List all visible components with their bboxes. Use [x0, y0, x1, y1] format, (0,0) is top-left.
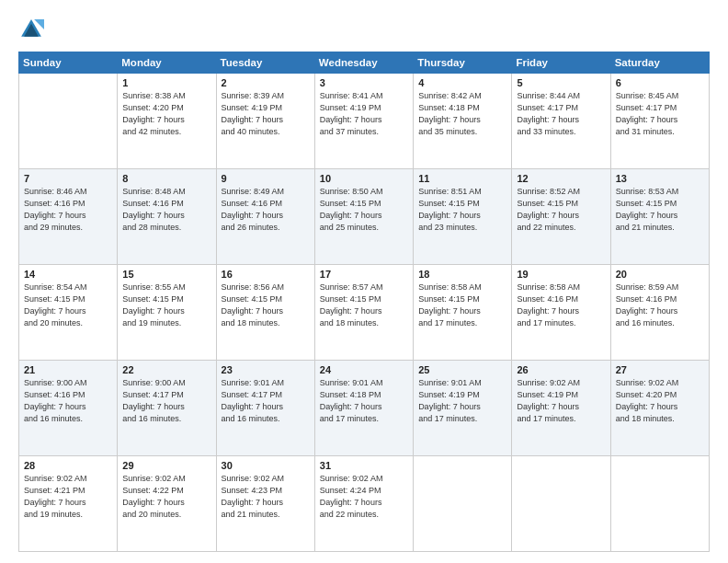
calendar-cell: 10Sunrise: 8:50 AM Sunset: 4:15 PM Dayli… [314, 169, 413, 265]
calendar-cell: 31Sunrise: 9:02 AM Sunset: 4:24 PM Dayli… [314, 456, 413, 552]
day-number: 18 [418, 269, 506, 280]
calendar-cell: 16Sunrise: 8:56 AM Sunset: 4:15 PM Dayli… [216, 265, 314, 361]
calendar-cell: 21Sunrise: 9:00 AM Sunset: 4:16 PM Dayli… [19, 361, 118, 456]
day-number: 9 [222, 173, 310, 184]
day-number: 2 [222, 77, 310, 88]
calendar-cell: 11Sunrise: 8:51 AM Sunset: 4:15 PM Dayli… [414, 169, 512, 265]
day-info: Sunrise: 8:44 AM Sunset: 4:17 PM Dayligh… [517, 90, 605, 138]
day-info: Sunrise: 8:56 AM Sunset: 4:15 PM Dayligh… [222, 282, 310, 329]
day-info: Sunrise: 8:45 AM Sunset: 4:17 PM Dayligh… [616, 90, 704, 138]
calendar-cell [610, 456, 709, 552]
day-number: 25 [418, 364, 506, 375]
logo-icon [18, 17, 44, 42]
calendar-cell: 9Sunrise: 8:49 AM Sunset: 4:16 PM Daylig… [216, 169, 314, 265]
day-info: Sunrise: 9:02 AM Sunset: 4:24 PM Dayligh… [320, 473, 408, 521]
day-number: 20 [616, 269, 704, 280]
day-info: Sunrise: 9:02 AM Sunset: 4:22 PM Dayligh… [122, 473, 210, 521]
page: SundayMondayTuesdayWednesdayThursdayFrid… [0, 0, 728, 563]
day-info: Sunrise: 9:01 AM Sunset: 4:18 PM Dayligh… [320, 377, 408, 425]
day-info: Sunrise: 8:38 AM Sunset: 4:20 PM Dayligh… [122, 90, 210, 138]
day-info: Sunrise: 8:46 AM Sunset: 4:16 PM Dayligh… [24, 186, 112, 234]
calendar-cell: 24Sunrise: 9:01 AM Sunset: 4:18 PM Dayli… [314, 361, 413, 456]
day-info: Sunrise: 8:39 AM Sunset: 4:19 PM Dayligh… [222, 90, 310, 138]
day-number: 4 [418, 77, 506, 88]
day-info: Sunrise: 8:58 AM Sunset: 4:16 PM Dayligh… [517, 282, 605, 329]
day-info: Sunrise: 9:02 AM Sunset: 4:19 PM Dayligh… [517, 377, 605, 425]
weekday-header-sunday: Sunday [19, 52, 118, 74]
day-number: 12 [517, 173, 605, 184]
weekday-header-monday: Monday [118, 52, 216, 74]
day-info: Sunrise: 8:57 AM Sunset: 4:15 PM Dayligh… [320, 282, 408, 329]
day-info: Sunrise: 9:02 AM Sunset: 4:23 PM Dayligh… [222, 473, 310, 521]
calendar-cell: 5Sunrise: 8:44 AM Sunset: 4:17 PM Daylig… [512, 74, 610, 169]
calendar-cell: 28Sunrise: 9:02 AM Sunset: 4:21 PM Dayli… [19, 456, 118, 552]
day-number: 22 [122, 364, 210, 375]
day-info: Sunrise: 8:50 AM Sunset: 4:15 PM Dayligh… [320, 186, 408, 234]
week-row-1: 1Sunrise: 8:38 AM Sunset: 4:20 PM Daylig… [19, 74, 710, 169]
calendar-cell: 15Sunrise: 8:55 AM Sunset: 4:15 PM Dayli… [118, 265, 216, 361]
week-row-4: 21Sunrise: 9:00 AM Sunset: 4:16 PM Dayli… [19, 361, 710, 456]
day-number: 19 [517, 269, 605, 280]
calendar-cell: 3Sunrise: 8:41 AM Sunset: 4:19 PM Daylig… [314, 74, 413, 169]
day-number: 27 [616, 364, 704, 375]
calendar-cell [414, 456, 512, 552]
calendar-cell: 27Sunrise: 9:02 AM Sunset: 4:20 PM Dayli… [610, 361, 709, 456]
day-info: Sunrise: 9:00 AM Sunset: 4:17 PM Dayligh… [122, 377, 210, 425]
day-number: 7 [24, 173, 112, 184]
day-info: Sunrise: 9:02 AM Sunset: 4:21 PM Dayligh… [24, 473, 112, 521]
calendar-cell: 30Sunrise: 9:02 AM Sunset: 4:23 PM Dayli… [216, 456, 314, 552]
day-number: 29 [122, 460, 210, 471]
day-info: Sunrise: 8:53 AM Sunset: 4:15 PM Dayligh… [616, 186, 704, 234]
day-number: 13 [616, 173, 704, 184]
weekday-header-tuesday: Tuesday [216, 52, 314, 74]
day-info: Sunrise: 8:54 AM Sunset: 4:15 PM Dayligh… [24, 282, 112, 329]
day-info: Sunrise: 9:01 AM Sunset: 4:17 PM Dayligh… [222, 377, 310, 425]
calendar-cell: 23Sunrise: 9:01 AM Sunset: 4:17 PM Dayli… [216, 361, 314, 456]
calendar-cell: 2Sunrise: 8:39 AM Sunset: 4:19 PM Daylig… [216, 74, 314, 169]
header [18, 17, 710, 42]
calendar-cell: 12Sunrise: 8:52 AM Sunset: 4:15 PM Dayli… [512, 169, 610, 265]
day-info: Sunrise: 8:59 AM Sunset: 4:16 PM Dayligh… [616, 282, 704, 329]
weekday-header-row: SundayMondayTuesdayWednesdayThursdayFrid… [19, 52, 710, 74]
day-number: 16 [222, 269, 310, 280]
day-number: 10 [320, 173, 408, 184]
day-number: 23 [222, 364, 310, 375]
calendar-cell: 13Sunrise: 8:53 AM Sunset: 4:15 PM Dayli… [610, 169, 709, 265]
day-info: Sunrise: 8:51 AM Sunset: 4:15 PM Dayligh… [418, 186, 506, 234]
weekday-header-thursday: Thursday [414, 52, 512, 74]
calendar-table: SundayMondayTuesdayWednesdayThursdayFrid… [18, 52, 710, 552]
calendar-cell: 18Sunrise: 8:58 AM Sunset: 4:15 PM Dayli… [414, 265, 512, 361]
calendar-cell: 26Sunrise: 9:02 AM Sunset: 4:19 PM Dayli… [512, 361, 610, 456]
week-row-5: 28Sunrise: 9:02 AM Sunset: 4:21 PM Dayli… [19, 456, 710, 552]
day-info: Sunrise: 8:49 AM Sunset: 4:16 PM Dayligh… [222, 186, 310, 234]
day-info: Sunrise: 8:41 AM Sunset: 4:19 PM Dayligh… [320, 90, 408, 138]
day-number: 24 [320, 364, 408, 375]
calendar-cell: 1Sunrise: 8:38 AM Sunset: 4:20 PM Daylig… [118, 74, 216, 169]
day-number: 14 [24, 269, 112, 280]
week-row-2: 7Sunrise: 8:46 AM Sunset: 4:16 PM Daylig… [19, 169, 710, 265]
calendar-cell: 14Sunrise: 8:54 AM Sunset: 4:15 PM Dayli… [19, 265, 118, 361]
day-info: Sunrise: 8:55 AM Sunset: 4:15 PM Dayligh… [122, 282, 210, 329]
day-info: Sunrise: 9:02 AM Sunset: 4:20 PM Dayligh… [616, 377, 704, 425]
day-info: Sunrise: 9:00 AM Sunset: 4:16 PM Dayligh… [24, 377, 112, 425]
weekday-header-friday: Friday [512, 52, 610, 74]
calendar-cell: 6Sunrise: 8:45 AM Sunset: 4:17 PM Daylig… [610, 74, 709, 169]
calendar-cell [512, 456, 610, 552]
calendar-cell: 4Sunrise: 8:42 AM Sunset: 4:18 PM Daylig… [414, 74, 512, 169]
logo [18, 17, 48, 42]
calendar-cell [19, 74, 118, 169]
weekday-header-saturday: Saturday [610, 52, 709, 74]
day-number: 8 [122, 173, 210, 184]
day-info: Sunrise: 8:42 AM Sunset: 4:18 PM Dayligh… [418, 90, 506, 138]
day-number: 5 [517, 77, 605, 88]
calendar-cell: 25Sunrise: 9:01 AM Sunset: 4:19 PM Dayli… [414, 361, 512, 456]
day-number: 3 [320, 77, 408, 88]
day-number: 6 [616, 77, 704, 88]
calendar-cell: 20Sunrise: 8:59 AM Sunset: 4:16 PM Dayli… [610, 265, 709, 361]
calendar-cell: 22Sunrise: 9:00 AM Sunset: 4:17 PM Dayli… [118, 361, 216, 456]
week-row-3: 14Sunrise: 8:54 AM Sunset: 4:15 PM Dayli… [19, 265, 710, 361]
day-number: 11 [418, 173, 506, 184]
calendar-cell: 19Sunrise: 8:58 AM Sunset: 4:16 PM Dayli… [512, 265, 610, 361]
day-number: 17 [320, 269, 408, 280]
day-info: Sunrise: 9:01 AM Sunset: 4:19 PM Dayligh… [418, 377, 506, 425]
